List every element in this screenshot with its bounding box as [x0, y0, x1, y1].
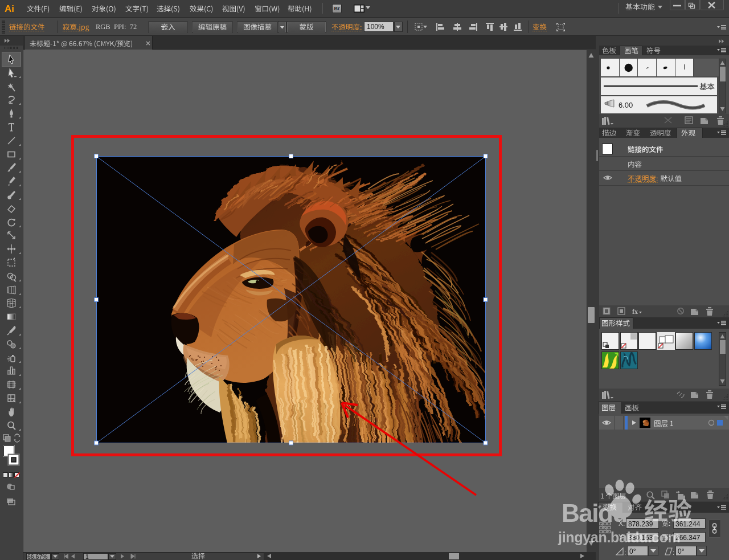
- svg-text:361.244: 361.244: [675, 520, 701, 528]
- svg-text:1: 1: [85, 553, 89, 560]
- svg-text:0°: 0°: [678, 547, 685, 555]
- svg-text::: :: [624, 549, 626, 557]
- svg-text:jingyan.baidu.com: jingyan.baidu.com: [558, 529, 680, 545]
- svg-text:fx: fx: [632, 308, 638, 316]
- svg-text::: :: [673, 549, 674, 557]
- svg-text:0°: 0°: [629, 547, 636, 555]
- svg-text:RGB PPI: 72: RGB PPI: 72: [96, 23, 137, 31]
- svg-text:6.00: 6.00: [619, 101, 633, 109]
- svg-text:66.67%: 66.67%: [27, 553, 48, 560]
- svg-text:Ai: Ai: [5, 3, 14, 14]
- svg-text:100%: 100%: [367, 23, 384, 31]
- svg-text:878.239: 878.239: [628, 520, 653, 528]
